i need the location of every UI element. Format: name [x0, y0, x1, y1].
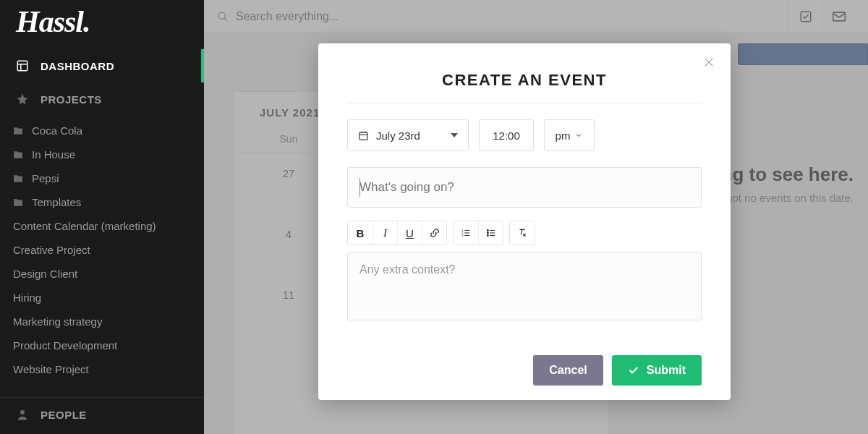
italic-button[interactable]: I: [373, 221, 397, 244]
projects-list: Coca Cola In House Pepsi Templates Conte…: [0, 116, 204, 381]
date-picker[interactable]: July 23rd: [347, 119, 469, 151]
sidebar-item-pepsi[interactable]: Pepsi: [0, 166, 204, 190]
clear-format-icon: [517, 228, 527, 238]
dashboard-icon: [16, 59, 30, 72]
user-icon: [16, 408, 30, 421]
folder-icon: [13, 174, 25, 184]
nav-projects[interactable]: PROJECTS: [0, 82, 204, 116]
brand-logo: Hassl.: [0, 0, 204, 46]
nav-projects-label: PROJECTS: [41, 93, 102, 106]
sidebar-item-design-client[interactable]: Design Client: [0, 262, 204, 286]
time-label: 12:00: [493, 129, 520, 142]
sidebar-item-in-house[interactable]: In House: [0, 142, 204, 166]
clear-format-button[interactable]: [510, 221, 535, 244]
link-icon: [430, 228, 440, 238]
check-icon: [628, 365, 639, 376]
folder-icon: [13, 197, 25, 208]
sidebar-item-label: Marketing strategy: [13, 315, 102, 328]
event-title-input[interactable]: [359, 180, 689, 195]
nav-dashboard[interactable]: DASHBOARD: [0, 49, 204, 82]
event-description-input[interactable]: Any extra context?: [347, 252, 702, 320]
svg-rect-10: [359, 132, 367, 140]
ampm-label: pm: [556, 129, 571, 142]
sidebar-item-label: Pepsi: [32, 172, 59, 184]
sidebar-item-label: Hiring: [13, 292, 41, 304]
sidebar-item-label: Coca Cola: [32, 124, 82, 137]
date-label: July 23rd: [376, 129, 420, 142]
sidebar-item-label: Product Development: [13, 339, 117, 352]
svg-point-25: [487, 235, 488, 237]
sidebar-item-website-project[interactable]: Website Project: [0, 357, 204, 381]
underline-label: U: [406, 227, 414, 239]
divider: [347, 103, 702, 103]
bullet-list-button[interactable]: [478, 221, 503, 244]
bold-button[interactable]: B: [348, 221, 373, 244]
create-event-modal: CREATE AN EVENT July 23rd 12:00 pm: [318, 43, 731, 400]
svg-text:3: 3: [461, 234, 464, 237]
bold-label: B: [357, 227, 365, 239]
sidebar-item-hiring[interactable]: Hiring: [0, 286, 204, 310]
underline-button[interactable]: U: [397, 221, 422, 244]
sidebar-item-creative-project[interactable]: Creative Project: [0, 238, 204, 262]
submit-label: Submit: [647, 364, 686, 377]
cancel-label: Cancel: [549, 364, 587, 377]
svg-point-24: [487, 232, 488, 234]
sidebar-item-label: Content Calendar (marketing): [13, 220, 156, 232]
sidebar-item-label: Creative Project: [13, 244, 90, 256]
sidebar-item-label: Templates: [32, 196, 81, 208]
star-icon: [16, 93, 30, 106]
time-picker[interactable]: 12:00: [479, 119, 534, 151]
svg-point-23: [487, 230, 488, 231]
nav-people[interactable]: PEOPLE: [0, 398, 204, 431]
sidebar: Hassl. DASHBOARD PROJECTS Coca Cola In H…: [0, 0, 204, 434]
calendar-icon: [358, 130, 369, 141]
nav-dashboard-label: DASHBOARD: [41, 60, 114, 72]
editor-toolbar: B I U 123: [347, 221, 702, 245]
svg-point-3: [20, 410, 25, 414]
link-button[interactable]: [422, 221, 446, 244]
modal-title: CREATE AN EVENT: [318, 43, 731, 103]
text-cursor: [359, 178, 360, 197]
caret-down-icon: [451, 133, 458, 137]
ordered-list-button[interactable]: 123: [454, 221, 478, 244]
sidebar-item-label: Design Client: [13, 268, 77, 280]
italic-label: I: [383, 227, 387, 239]
bullet-list-icon: [486, 228, 496, 238]
sidebar-item-label: In House: [32, 148, 75, 161]
description-placeholder: Any extra context?: [359, 263, 456, 276]
sidebar-item-label: Website Project: [13, 363, 89, 375]
sidebar-item-coca-cola[interactable]: Coca Cola: [0, 119, 204, 142]
sidebar-item-templates[interactable]: Templates: [0, 190, 204, 214]
ordered-list-icon: 123: [461, 228, 471, 238]
ampm-picker[interactable]: pm: [544, 119, 595, 151]
close-icon[interactable]: [703, 56, 715, 68]
sidebar-item-marketing-strategy[interactable]: Marketing strategy: [0, 310, 204, 333]
svg-rect-0: [17, 61, 27, 71]
cancel-button[interactable]: Cancel: [533, 355, 603, 386]
chevron-down-icon: [574, 131, 583, 140]
folder-icon: [13, 126, 25, 136]
sidebar-item-content-calendar[interactable]: Content Calendar (marketing): [0, 214, 204, 238]
nav-people-label: PEOPLE: [41, 409, 87, 421]
folder-icon: [13, 150, 25, 160]
sidebar-item-product-development[interactable]: Product Development: [0, 333, 204, 357]
submit-button[interactable]: Submit: [612, 355, 702, 386]
